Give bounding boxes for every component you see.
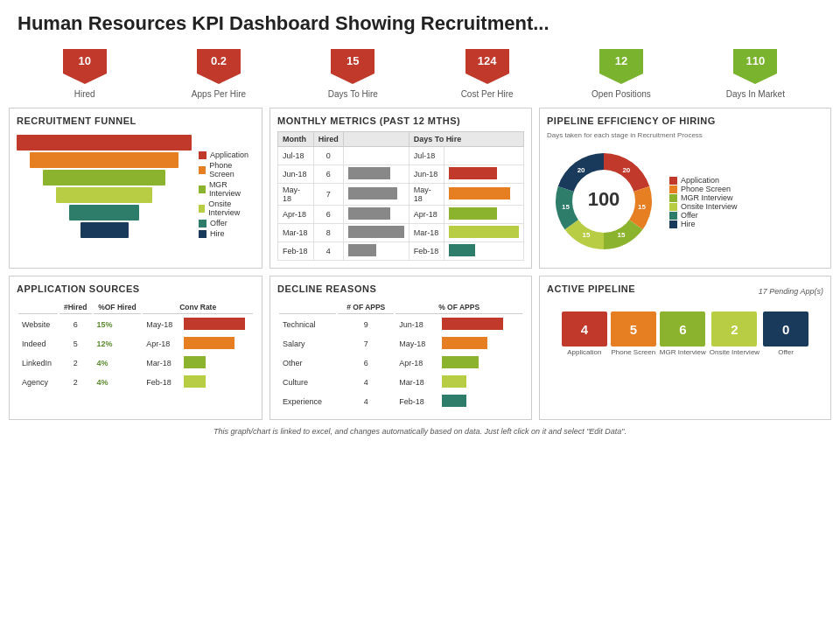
kpi-arrow: 0.2: [195, 47, 242, 86]
cell-d-bar: [438, 354, 522, 372]
cell-month: Feb-18: [278, 242, 314, 261]
cell-s-pct: 4%: [94, 354, 142, 372]
dth-bar: [449, 226, 519, 238]
funnel-legend-item: Hire: [199, 229, 255, 238]
funnel-bar-5: [80, 222, 129, 238]
donut-label: 20: [578, 166, 585, 174]
donut-label: 20: [622, 166, 630, 174]
col-source: [18, 301, 58, 314]
kpi-arrow: 12: [598, 47, 645, 86]
legend-label: Onsite Interview: [208, 200, 255, 217]
cell-dth-bar: [444, 206, 523, 224]
cell-dth-month: Jun-18: [409, 165, 444, 184]
cell-month: May-18: [278, 184, 314, 206]
active-bars: 4 Application 5 Phone Screen 6 MGR Inter…: [547, 306, 823, 362]
cell-hired: 4: [313, 242, 343, 261]
pending-badge: 17 Pending App(s): [759, 287, 823, 296]
donut-center-value: 100: [588, 188, 620, 210]
kpi-arrow: 124: [464, 47, 511, 86]
cell-dth-month: Mar-18: [409, 224, 444, 242]
sources-row: Indeed 5 12% Apr-18: [18, 335, 253, 353]
col-hired: Hired: [313, 132, 343, 147]
col-d-pct: % OF APPS: [396, 301, 522, 314]
kpi-item-1: 0.2 Apps Per Hire: [162, 47, 276, 99]
legend-dot: [669, 194, 677, 202]
funnel-legend-item: Onsite Interview: [199, 200, 255, 217]
kpi-value: 0.2: [195, 54, 242, 67]
col-s-conv: Conv Rate: [143, 301, 253, 314]
kpi-value: 12: [598, 54, 645, 67]
cell-hired: 8: [313, 224, 343, 242]
metrics-row: May-18 7 May-18: [278, 184, 524, 206]
active-title: ACTIVE PIPELINE: [547, 284, 635, 294]
donut-chart: 100201515151520: [547, 144, 661, 260]
cell-dth-bar: [444, 242, 523, 261]
metrics-row: Jun-18 6 Jun-18: [278, 165, 524, 184]
cell-dth-bar: [444, 147, 523, 165]
kpi-label: Cost Per Hire: [461, 89, 514, 99]
main-panels-row: RECRUITMENT FUNNEL ApplicationPhone Scre…: [0, 108, 840, 269]
legend-label: Onsite Interview: [681, 202, 738, 211]
cell-s-hired: 5: [60, 335, 92, 353]
decline-bar: [442, 375, 466, 388]
kpi-label: Apps Per Hire: [192, 89, 246, 99]
cell-d-month: May-18: [396, 335, 437, 353]
decline-row: Other 6 Apr-18: [279, 354, 522, 372]
cell-reason: Technical: [279, 316, 336, 333]
active-bar-label: Onsite Interview: [710, 348, 760, 357]
active-bar-block: 5: [611, 312, 656, 346]
kpi-arrow: 15: [329, 47, 376, 86]
funnel-title: RECRUITMENT FUNNEL: [17, 116, 255, 126]
cell-source: Agency: [18, 374, 58, 391]
legend-dot: [669, 177, 677, 185]
cell-hired-bar: [343, 184, 409, 206]
pipeline-legend-item: Offer: [669, 211, 738, 220]
col-hired-bar: [343, 132, 409, 147]
cell-d-month: Apr-18: [396, 354, 437, 372]
legend-dot: [199, 186, 206, 193]
cell-dth-month: Jul-18: [409, 147, 444, 165]
kpi-arrow: 110: [732, 47, 779, 86]
cell-d-month: Mar-18: [396, 374, 437, 391]
legend-label: Hire: [210, 229, 225, 238]
cell-s-month: Mar-18: [143, 354, 178, 372]
bottom-panels-row: APPLICATION SOURCES #Hired %OF Hired Con…: [0, 276, 840, 420]
metrics-title: MONTHLY METRICS (PAST 12 MTHS): [277, 116, 524, 126]
cell-source: Indeed: [18, 335, 58, 353]
funnel-panel: RECRUITMENT FUNNEL ApplicationPhone Scre…: [9, 108, 262, 269]
kpi-value: 124: [464, 54, 511, 67]
kpi-label: Hired: [74, 89, 95, 99]
cell-dth-month: May-18: [409, 184, 444, 206]
funnel-bars: [17, 135, 192, 238]
metrics-row: Mar-18 8 Mar-18: [278, 224, 524, 242]
pipeline-legend: ApplicationPhone ScreenMGR InterviewOnsi…: [669, 176, 738, 228]
legend-label: MGR Interview: [681, 193, 733, 202]
cell-dth-bar: [444, 224, 523, 242]
pipeline-legend-item: Application: [669, 176, 738, 185]
funnel-bar-3: [56, 187, 152, 203]
cell-d-bar: [438, 393, 522, 410]
active-bar-block: 0: [763, 312, 808, 346]
funnel-legend-item: Application: [199, 150, 255, 159]
kpi-value: 15: [329, 54, 376, 67]
active-bar-label: Offer: [778, 348, 794, 357]
kpi-label: Open Positions: [592, 89, 651, 99]
conv-bar: [184, 375, 206, 388]
cell-hired: 0: [313, 147, 343, 165]
legend-dot: [199, 205, 205, 213]
cell-month: Apr-18: [278, 206, 314, 224]
cell-d-bar: [438, 335, 522, 353]
kpi-label: Days To Hire: [328, 89, 378, 99]
donut-label: 15: [583, 231, 591, 239]
legend-dot: [199, 166, 206, 174]
legend-dot: [669, 186, 677, 193]
decline-bar: [442, 337, 487, 349]
conv-bar: [184, 337, 234, 349]
cell-s-bar: [180, 354, 253, 372]
active-bar-col-1: 5 Phone Screen: [611, 312, 656, 357]
cell-d-month: Jun-18: [396, 316, 437, 333]
donut-label: 15: [562, 203, 570, 211]
cell-s-month: Feb-18: [143, 374, 178, 391]
decline-title: DECLINE REASONS: [277, 284, 524, 294]
dth-bar: [449, 207, 497, 220]
